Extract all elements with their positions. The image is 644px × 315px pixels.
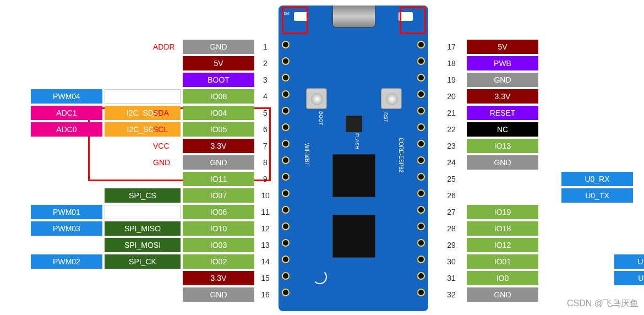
pinhole	[417, 239, 425, 247]
usb-c-port	[332, 6, 375, 28]
pin-31-cell-2: U1_TX	[614, 271, 644, 285]
pin-number-right-31: 31	[444, 271, 459, 285]
annotation-vcc: VCC	[153, 142, 170, 150]
pinhole	[282, 173, 290, 181]
pinhole	[282, 57, 290, 65]
rst-button[interactable]	[381, 88, 402, 109]
pin-8-cell-0: GND	[183, 155, 254, 170]
pin-number-right-21: 21	[444, 106, 459, 120]
pinhole	[417, 74, 425, 82]
board-sub-label: WIFI&BT	[304, 143, 310, 166]
pin-number-left-6: 6	[258, 122, 273, 137]
pin-14-cell-1: SPI_CK	[105, 254, 181, 269]
pin-21-cell-0: RESET	[467, 106, 538, 120]
pinhole	[417, 156, 425, 164]
pin-13-cell-1: SPI_MOSI	[105, 238, 181, 252]
annotation-scl: SCL	[153, 125, 168, 134]
led-d5-highlight	[400, 7, 426, 34]
pin-11-cell-0: IO06	[183, 205, 254, 219]
pin-12-cell-0: IO10	[183, 221, 254, 236]
pin-28-cell-0: IO18	[467, 221, 538, 236]
pin-number-left-16: 16	[258, 287, 273, 302]
pin-number-right-18: 18	[444, 56, 459, 70]
pin-number-right-19: 19	[444, 73, 459, 87]
pin-11-cell-1	[105, 205, 181, 219]
pin-number-right-28: 28	[444, 221, 459, 236]
pin-number-left-10: 10	[258, 188, 273, 203]
pin-number-left-15: 15	[258, 271, 273, 285]
pin-number-right-17: 17	[444, 40, 459, 54]
pin-25-cell2-0: U0_RX	[561, 172, 633, 186]
pin-4-cell-1	[105, 89, 181, 104]
pin-number-left-1: 1	[258, 40, 273, 54]
pin-number-right-30: 30	[444, 254, 459, 269]
pin-number-right-23: 23	[444, 139, 459, 153]
pin-7-cell-0: 3.3V	[183, 139, 254, 153]
annotation-addr: ADDR	[153, 42, 175, 51]
pin-number-right-25: 25	[444, 172, 459, 186]
pinhole	[417, 57, 425, 65]
pin-6-cell-1: I2C_SCL	[105, 122, 181, 137]
pin-number-left-2: 2	[258, 56, 273, 70]
pinhole	[417, 289, 425, 296]
pin-number-right-27: 27	[444, 205, 459, 219]
flash-label: FLASH	[354, 133, 360, 149]
pin-number-left-3: 3	[258, 73, 273, 87]
pin-20-cell-0: 3.3V	[467, 89, 538, 104]
pin-12-cell-2: PWM03	[31, 221, 102, 236]
pin-10-cell-0: IO07	[183, 188, 254, 203]
pin-10-cell-1: SPI_CS	[105, 188, 181, 203]
pin-5-cell-1: I2C_SDA	[105, 106, 181, 120]
pin-3-cell-0: BOOT	[183, 73, 254, 87]
pinhole	[417, 123, 425, 131]
pin-number-right-20: 20	[444, 89, 459, 104]
pin-number-right-29: 29	[444, 238, 459, 252]
pin-31-cell-0: IO0	[467, 271, 538, 285]
pin-number-right-22: 22	[444, 122, 459, 137]
pinhole	[282, 222, 290, 230]
pin-number-left-9: 9	[258, 172, 273, 186]
pin-26-cell2-0: U0_TX	[561, 188, 633, 203]
annotation-gnd: GND	[153, 158, 170, 167]
pinhole	[417, 222, 425, 230]
board: D4 D5 WIFI&BT CORE-ESP32 BOOT FLASH RST	[279, 6, 428, 311]
pin-number-left-11: 11	[258, 205, 273, 219]
pin-24-cell-0: GND	[467, 155, 538, 170]
pinhole	[417, 107, 425, 115]
pinhole	[282, 140, 290, 148]
led-d4-highlight	[282, 7, 308, 34]
pin-4-cell-0: IO08	[183, 89, 254, 104]
pin-13-cell-0: IO03	[183, 238, 254, 252]
pin-15-cell-0: 3.3V	[183, 271, 254, 285]
board-name-label: CORE-ESP32	[398, 138, 404, 172]
pinhole	[282, 289, 290, 296]
pin-number-right-26: 26	[444, 188, 459, 203]
pinhole	[282, 256, 290, 263]
pin-19-cell-0: GND	[467, 73, 538, 87]
pin-2-cell-0: 5V	[183, 56, 254, 70]
pinhole	[417, 140, 425, 148]
pin-30-cell-2: U1_RX	[614, 254, 644, 269]
boot-button[interactable]	[306, 88, 327, 109]
pin-5-cell-2: ADC1	[31, 106, 102, 120]
pinhole	[282, 206, 290, 214]
pin-6-cell-0: IO05	[183, 122, 254, 137]
pinhole	[282, 239, 290, 247]
pin-22-cell-0: NC	[467, 122, 538, 137]
pin-16-cell-0: GND	[183, 287, 254, 302]
pin-9-cell-0: IO11	[183, 172, 254, 186]
annotation-sda: SDA	[153, 108, 169, 117]
pin-27-cell-0: IO19	[467, 205, 538, 219]
pinhole	[417, 41, 425, 48]
pinhole	[282, 107, 290, 115]
pin-number-left-13: 13	[258, 238, 273, 252]
pin-number-right-32: 32	[444, 287, 459, 302]
antenna-icon	[313, 270, 327, 284]
pin-18-cell-0: PWB	[467, 56, 538, 70]
pin-14-cell-2: PWM02	[31, 254, 102, 269]
pin-5-cell-0: IO04	[183, 106, 254, 120]
pin-1-cell-0: GND	[183, 40, 254, 54]
flash-chip	[346, 116, 362, 132]
watermark: CSDN @飞鸟厌鱼	[567, 298, 638, 309]
pinhole	[282, 156, 290, 164]
